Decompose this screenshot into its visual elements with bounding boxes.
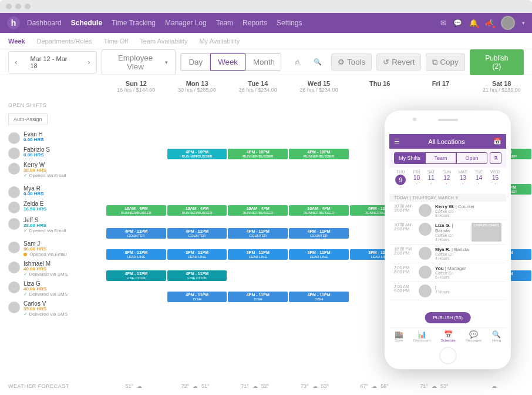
employee-row[interactable]: Jeff S28.00 HRS✓ Opened via Email: [0, 216, 106, 239]
search-icon[interactable]: 🔍: [309, 55, 326, 69]
next-button[interactable]: ›: [82, 52, 96, 73]
shift-block[interactable]: 4PM - 11PMCOUNTER: [228, 228, 288, 239]
week-view-button[interactable]: Week: [210, 53, 245, 71]
subnav-week[interactable]: Week: [8, 38, 25, 45]
phone-day[interactable]: WED15·: [490, 170, 500, 190]
phone-shift-item[interactable]: 10:00 PM2:00 PMMya R. | BaristaCoffee Co…: [389, 245, 506, 263]
shift-block[interactable]: 4PM - 11PMCOUNTER: [106, 228, 166, 239]
day-cell[interactable]: 4PM - 11PMCOUNTER: [288, 228, 349, 239]
nav-item-team[interactable]: Team: [216, 19, 233, 27]
shift-block[interactable]: 4PM - 10PMRUNNER/BUSSER: [228, 149, 288, 159]
day-cell[interactable]: 3PM - 11PMLEAD LINE: [106, 249, 167, 260]
user-menu-caret[interactable]: ▾: [522, 20, 525, 26]
shift-block[interactable]: 4PM - 11PMLINE COOK: [106, 270, 166, 281]
revert-button[interactable]: ↺ Revert: [376, 53, 421, 71]
nav-item-schedule[interactable]: Schedule: [71, 19, 102, 27]
shift-block[interactable]: 4PM - 11PMDISH: [228, 292, 288, 302]
day-cell[interactable]: 3PM - 11PMLEAD LINE: [288, 249, 349, 260]
shift-block[interactable]: 10AM - 4PMRUNNER/BUSSER: [228, 205, 288, 216]
phone-day[interactable]: TUE14·: [475, 170, 483, 190]
employee-row[interactable]: Evan H0.00 HRS: [0, 130, 106, 145]
copy-button[interactable]: ⧉ Copy: [426, 53, 464, 71]
nav-item-manager-log[interactable]: Manager Log: [165, 19, 207, 27]
bell-icon[interactable]: 🔔: [469, 19, 478, 27]
employee-row[interactable]: Mya R0.00 HRS: [0, 184, 106, 199]
day-cell[interactable]: 4PM - 11PMCOUNTER: [227, 228, 288, 239]
day-cell[interactable]: 4PM - 10PMRUNNER/BUSSER: [227, 149, 288, 159]
publish-button[interactable]: Publish (2): [470, 49, 524, 75]
prev-button[interactable]: ‹: [9, 52, 23, 73]
day-cell[interactable]: 4PM - 11PMDISH: [167, 292, 228, 302]
nav-item-settings[interactable]: Settings: [277, 19, 302, 27]
month-view-button[interactable]: Month: [245, 53, 281, 71]
employee-row[interactable]: Zelda E16.50 HRS: [0, 199, 106, 216]
window-close-dot[interactable]: [6, 4, 12, 9]
shift-block[interactable]: 3PM - 11PMLEAD LINE: [228, 249, 288, 260]
view-select[interactable]: Employee View▾: [102, 49, 176, 75]
phone-day[interactable]: MAR13·: [459, 170, 468, 190]
day-cell[interactable]: 4PM - 11PMLINE COOK: [167, 270, 228, 281]
shift-block[interactable]: 4PM - 11PMDISH: [167, 292, 227, 302]
tools-button[interactable]: ⚙ Tools: [331, 53, 372, 71]
shift-block[interactable]: 4PM - 11PMDISH: [289, 292, 349, 302]
user-avatar[interactable]: [501, 16, 515, 30]
day-cell[interactable]: 4PM - 11PMDISH: [227, 292, 288, 302]
print-icon[interactable]: ⎙: [291, 55, 304, 69]
day-view-button[interactable]: Day: [181, 53, 210, 71]
phone-tab-team[interactable]: Team: [425, 152, 456, 164]
nav-item-reports[interactable]: Reports: [243, 19, 267, 27]
day-cell[interactable]: 10AM - 4PMRUNNER/BUSSER: [227, 205, 288, 216]
shift-block[interactable]: 3PM - 11PMLEAD LINE: [106, 249, 166, 260]
auto-assign-button[interactable]: Auto-Assign: [8, 113, 48, 125]
employee-row[interactable]: Ishmael M40.00 HRS✓ Delivered via SMS: [0, 259, 106, 279]
day-cell[interactable]: 10AM - 4PMRUNNER/BUSSER: [167, 205, 228, 216]
phone-publish-button[interactable]: PUBLISH (53): [425, 312, 471, 323]
phone-nav-hiring[interactable]: 🔍Hiring: [492, 330, 501, 342]
day-cell[interactable]: 4PM - 10PMRUNNER/BUSSER: [288, 149, 349, 159]
day-cell[interactable]: 10AM - 4PMRUNNER/BUSSER: [288, 205, 349, 216]
phone-shift-item[interactable]: 2:00 AM9:00 PM | 7 Hours: [389, 282, 506, 300]
menu-icon[interactable]: ☰: [394, 138, 400, 145]
nav-item-dashboard[interactable]: Dashboard: [27, 19, 62, 27]
shift-block[interactable]: 4PM - 11PMCOUNTER: [167, 228, 227, 239]
megaphone-icon[interactable]: 📣: [485, 19, 494, 27]
phone-day[interactable]: SUN12·: [442, 170, 451, 190]
day-cell[interactable]: 3PM - 11PMLEAD LINE: [227, 249, 288, 260]
window-min-dot[interactable]: [15, 4, 21, 9]
shift-block[interactable]: 4PM - 10PMRUNNER/BUSSER: [167, 149, 227, 159]
phone-nav-store[interactable]: 🏬Store: [395, 330, 403, 342]
employee-row[interactable]: Carlos V35.00 HRS✓ Delivered via SMS: [0, 299, 106, 319]
subnav-departments-roles[interactable]: Departments/Roles: [37, 38, 92, 45]
shift-block[interactable]: 4PM - 11PMLINE COOK: [167, 270, 227, 281]
day-cell[interactable]: 4PM - 11PMDISH: [288, 292, 349, 302]
app-logo[interactable]: h: [7, 16, 20, 29]
calendar-add-icon[interactable]: 📅: [493, 138, 501, 145]
phone-shift-item[interactable]: 2:00 PM8:00 PMYou | ManagerCoffee Co6 Ho…: [389, 263, 506, 282]
date-range[interactable]: Mar 12 - Mar 18: [23, 52, 82, 73]
phone-nav-dashboard[interactable]: 📊Dashboard: [413, 330, 430, 342]
day-cell[interactable]: 10AM - 4PMRUNNER/BUSSER: [106, 205, 167, 216]
subnav-team-availability[interactable]: Team Availability: [140, 38, 187, 45]
phone-nav-schedule[interactable]: 📅Schedule: [441, 330, 456, 342]
subnav-time-off[interactable]: Time Off: [104, 38, 129, 45]
day-cell[interactable]: 3PM - 11PMLEAD LINE: [167, 249, 228, 260]
phone-shift-item[interactable]: 10:00 AM2:00 PMLiza G. | BaristaCoffee C…: [389, 220, 506, 245]
shift-block[interactable]: 3PM - 11PMLEAD LINE: [289, 249, 349, 260]
nav-item-time-tracking[interactable]: Time Tracking: [112, 19, 156, 27]
employee-row[interactable]: Kerry W38.00 HRS✓ Opened via Email: [0, 160, 106, 184]
phone-shift-item[interactable]: 10:00 AM3:00 PMKerry W. | CounterCoffee …: [389, 202, 506, 220]
shift-block[interactable]: 10AM - 4PMRUNNER/BUSSER: [289, 205, 349, 216]
subnav-my-availability[interactable]: My Availability: [199, 38, 240, 45]
phone-day[interactable]: FRI10·: [413, 170, 420, 190]
employee-row[interactable]: Sam J36.00 HRS Opened via Email: [0, 239, 106, 259]
day-cell[interactable]: 4PM - 11PMLINE COOK: [106, 270, 167, 281]
day-cell[interactable]: 4PM - 10PMRUNNER/BUSSER: [167, 149, 228, 159]
phone-day[interactable]: THU9·: [395, 170, 406, 190]
shift-block[interactable]: 4PM - 11PMCOUNTER: [289, 228, 349, 239]
shift-block[interactable]: 4PM - 10PMRUNNER/BUSSER: [289, 149, 349, 159]
chat-icon[interactable]: 💬: [453, 19, 462, 27]
shift-block[interactable]: 3PM - 11PMLEAD LINE: [167, 249, 227, 260]
day-cell[interactable]: 4PM - 11PMCOUNTER: [167, 228, 228, 239]
phone-tab-open[interactable]: Open: [456, 152, 487, 164]
phone-nav-messages[interactable]: 💬Messages: [466, 330, 482, 342]
